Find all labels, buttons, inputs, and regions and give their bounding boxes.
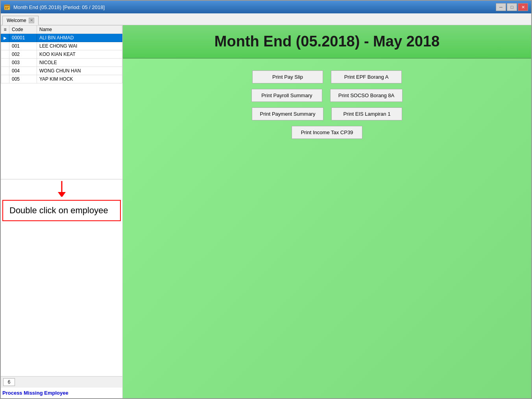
main-content: ≡ Code Name ▶ 00001 ALI BIN AHMAD 001 LE… bbox=[1, 25, 531, 398]
button-row-3: Print Income Tax CP39 bbox=[139, 126, 515, 139]
svg-rect-6 bbox=[7, 8, 8, 9]
svg-rect-3 bbox=[7, 7, 8, 8]
employee-name: WONG CHUN HAN bbox=[37, 67, 122, 75]
title-bar: Month End (05.2018) [Period: 05 / 2018] … bbox=[1, 1, 531, 13]
double-click-hint: Double click on employee bbox=[2, 200, 121, 221]
app-icon bbox=[4, 4, 10, 10]
print-epf-borang-a-button[interactable]: Print EPF Borang A bbox=[331, 70, 402, 83]
title-bar-left: Month End (05.2018) [Period: 05 / 2018] bbox=[4, 4, 105, 10]
row-indicator bbox=[1, 50, 9, 59]
button-row-1: Print Payroll SummaryPrint SOCSO Borang … bbox=[139, 89, 515, 102]
row-indicator bbox=[1, 59, 9, 67]
row-indicator bbox=[1, 75, 9, 83]
bottom-bar: 6 bbox=[1, 376, 122, 388]
print-socso-borang-8a-button[interactable]: Print SOCSO Borang 8A bbox=[330, 89, 403, 102]
employee-table: ≡ Code Name ▶ 00001 ALI BIN AHMAD 001 LE… bbox=[1, 25, 122, 179]
svg-rect-5 bbox=[5, 8, 6, 9]
print-payroll-summary-button[interactable]: Print Payroll Summary bbox=[251, 89, 322, 102]
right-panel: Month End (05.2018) - May 2018 Print Pay… bbox=[123, 25, 531, 398]
close-button[interactable]: ✕ bbox=[518, 3, 528, 11]
employee-name: KOO KIAN KEAT bbox=[37, 50, 122, 59]
restore-button[interactable]: □ bbox=[507, 3, 517, 11]
window-controls: ─ □ ✕ bbox=[496, 3, 528, 11]
employee-name: YAP KIM HOCK bbox=[37, 75, 122, 83]
table-row[interactable]: 001 LEE CHONG WAI bbox=[1, 42, 122, 50]
employee-code: 00001 bbox=[9, 34, 37, 42]
svg-marker-8 bbox=[58, 192, 66, 197]
month-end-title: Month End (05.2018) - May 2018 bbox=[131, 33, 523, 50]
employee-code: 004 bbox=[9, 67, 37, 75]
table-row[interactable]: 003 NICOLE bbox=[1, 59, 122, 67]
minimize-button[interactable]: ─ bbox=[496, 3, 506, 11]
month-end-header: Month End (05.2018) - May 2018 bbox=[123, 25, 531, 59]
row-indicator bbox=[1, 42, 9, 50]
employee-name: ALI BIN AHMAD bbox=[37, 34, 122, 42]
svg-rect-1 bbox=[4, 5, 10, 6]
col-indicator: ≡ bbox=[1, 26, 9, 34]
employee-code: 002 bbox=[9, 50, 37, 59]
print-pay-slip-button[interactable]: Print Pay Slip bbox=[252, 70, 323, 83]
svg-rect-2 bbox=[5, 7, 6, 8]
left-panel: ≡ Code Name ▶ 00001 ALI BIN AHMAD 001 LE… bbox=[1, 25, 123, 398]
row-count: 6 bbox=[3, 378, 15, 386]
button-grid: Print Pay SlipPrint EPF Borang APrint Pa… bbox=[123, 59, 531, 151]
col-code: Code bbox=[9, 26, 37, 34]
employee-code: 005 bbox=[9, 75, 37, 83]
row-indicator: ▶ bbox=[1, 34, 9, 42]
table-row[interactable]: ▶ 00001 ALI BIN AHMAD bbox=[1, 34, 122, 42]
main-window: Month End (05.2018) [Period: 05 / 2018] … bbox=[0, 0, 532, 399]
col-name: Name bbox=[37, 26, 122, 34]
tab-welcome-close[interactable]: ✕ bbox=[29, 18, 34, 23]
print-income-tax-cp39-button[interactable]: Print Income Tax CP39 bbox=[292, 126, 362, 139]
tab-welcome-label: Welcome bbox=[7, 18, 26, 23]
table-row[interactable]: 002 KOO KIAN KEAT bbox=[1, 50, 122, 59]
employee-name: LEE CHONG WAI bbox=[37, 42, 122, 50]
button-row-0: Print Pay SlipPrint EPF Borang A bbox=[139, 70, 515, 83]
tab-bar: Welcome ✕ bbox=[1, 13, 531, 25]
arrow-indicator bbox=[1, 179, 122, 198]
window-title: Month End (05.2018) [Period: 05 / 2018] bbox=[13, 4, 105, 10]
employee-code: 001 bbox=[9, 42, 37, 50]
employee-code: 003 bbox=[9, 59, 37, 67]
table-row[interactable]: 004 WONG CHUN HAN bbox=[1, 67, 122, 75]
process-missing-employee[interactable]: Process Missing Employee bbox=[1, 388, 122, 398]
table-row[interactable]: 005 YAP KIM HOCK bbox=[1, 75, 122, 83]
print-eis-lampiran-1-button[interactable]: Print EIS Lampiran 1 bbox=[331, 107, 402, 120]
print-payment-summary-button[interactable]: Print Payment Summary bbox=[252, 107, 324, 120]
button-row-2: Print Payment SummaryPrint EIS Lampiran … bbox=[139, 107, 515, 120]
tab-welcome[interactable]: Welcome ✕ bbox=[2, 16, 39, 25]
employee-name: NICOLE bbox=[37, 59, 122, 67]
svg-rect-4 bbox=[8, 7, 9, 8]
row-indicator bbox=[1, 67, 9, 75]
